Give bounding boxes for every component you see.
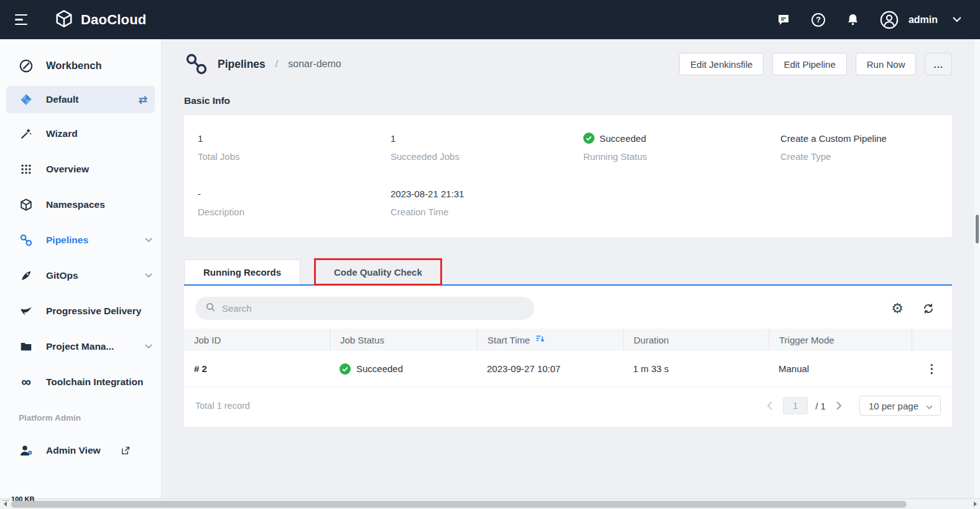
sidebar-item-progressive-delivery[interactable]: Progressive Delivery — [0, 293, 161, 329]
tab-bar: Running Records Code Quality Check — [184, 259, 952, 286]
vertical-scrollbar[interactable] — [974, 39, 980, 498]
sidebar-item-overview[interactable]: Overview — [0, 151, 161, 187]
stat-total-jobs: 1 Total Jobs — [198, 133, 391, 162]
sidebar-item-label: Admin View — [46, 445, 101, 456]
pagination: / 1 10 per page — [763, 396, 941, 416]
chevron-down-icon — [926, 401, 933, 411]
sidebar-item-label: Pipelines — [46, 235, 88, 246]
sidebar-item-default[interactable]: Default ⇄ — [6, 86, 155, 113]
next-page-icon[interactable] — [833, 399, 846, 412]
basic-info-card: 1 Total Jobs 1 Succeeded Jobs Succeeded … — [184, 115, 952, 237]
sidebar-item-label: GitOps — [46, 270, 78, 281]
external-link-icon — [121, 446, 131, 455]
row-job-id[interactable]: # 2 — [184, 363, 330, 374]
stat-creation-time: 2023-08-21 21:31 Creation Time — [391, 188, 583, 217]
row-start-time: 2023-09-27 10:07 — [477, 363, 623, 374]
search-input[interactable] — [222, 303, 524, 314]
switch-workspace-icon[interactable]: ⇄ — [139, 93, 147, 106]
stat-running-status: Succeeded Running Status — [583, 133, 780, 162]
search-input-wrapper — [195, 297, 534, 320]
refresh-icon[interactable] — [921, 301, 936, 316]
sidebar-item-workbench[interactable]: Workbench — [0, 48, 161, 83]
stat-create-type: Create a Custom Pipeline Create Type — [780, 133, 938, 162]
tab-running-records[interactable]: Running Records — [184, 259, 300, 284]
sidebar-item-label: Toolchain Integration — [46, 376, 143, 388]
infinity-icon: ∞ — [19, 375, 34, 390]
total-records-text: Total 1 record — [195, 401, 250, 411]
running-records-panel: ⚙ Job ID Job Status Start Time Duration … — [184, 286, 952, 427]
previous-page-icon[interactable] — [763, 399, 775, 412]
user-name: admin — [908, 14, 938, 26]
basic-info-title: Basic Info — [184, 95, 952, 106]
col-start-time: Start Time — [477, 329, 623, 351]
help-icon[interactable]: ? — [810, 12, 826, 28]
main-content: Pipelines / sonar-demo Edit Jenkinsfile … — [162, 39, 974, 498]
magic-wand-icon — [19, 126, 34, 141]
sidebar-item-toolchain-integration[interactable]: ∞ Toolchain Integration — [0, 364, 161, 399]
horizontal-scrollbar[interactable] — [0, 498, 980, 509]
sidebar-item-wizard[interactable]: Wizard — [0, 116, 161, 151]
cube-icon — [19, 197, 34, 212]
sidebar-item-pipelines[interactable]: Pipelines — [0, 222, 161, 258]
sidebar-item-project-management[interactable]: Project Mana... — [0, 329, 161, 364]
breadcrumb-root[interactable]: Pipelines — [218, 58, 266, 71]
search-icon — [205, 302, 216, 315]
diamond-icon — [19, 92, 34, 107]
sidebar: Workbench Default ⇄ Wizard Overview Name… — [0, 39, 162, 498]
current-page-input[interactable] — [783, 397, 808, 414]
brand-logo[interactable]: DaoCloud — [55, 9, 146, 30]
edit-pipeline-button[interactable]: Edit Pipeline — [772, 53, 846, 75]
table-row[interactable]: # 2 Succeeded 2023-09-27 10:07 1 m 33 s … — [184, 351, 952, 386]
bird-icon — [19, 304, 34, 319]
sidebar-section-label: Platform Admin — [0, 413, 161, 423]
edit-jenkinsfile-button[interactable]: Edit Jenkinsfile — [679, 53, 764, 75]
sidebar-item-label: Namespaces — [46, 199, 105, 210]
brand-name: DaoCloud — [81, 12, 146, 28]
page-size-select[interactable]: 10 per page — [859, 396, 941, 416]
breadcrumb-separator: / — [275, 58, 278, 70]
tab-code-quality-check[interactable]: Code Quality Check — [315, 259, 441, 284]
stat-succeeded-jobs: 1 Succeeded Jobs — [391, 133, 583, 162]
grid-dots-icon — [19, 162, 34, 177]
chevron-down-icon — [145, 238, 152, 243]
success-check-icon — [340, 363, 351, 375]
scroll-right-arrow-icon[interactable] — [969, 499, 980, 509]
sidebar-item-namespaces[interactable]: Namespaces — [0, 187, 161, 222]
pipelines-icon — [19, 233, 34, 248]
row-actions-kebab-icon[interactable]: ⋮ — [922, 362, 941, 376]
menu-toggle-icon[interactable] — [15, 14, 27, 26]
sidebar-item-label: Project Mana... — [46, 341, 114, 352]
run-now-button[interactable]: Run Now — [856, 53, 917, 75]
table-header: Job ID Job Status Start Time Duration Tr… — [184, 329, 952, 351]
sidebar-item-label: Workbench — [46, 60, 102, 72]
chat-icon[interactable] — [775, 12, 792, 28]
sidebar-item-gitops[interactable]: GitOps — [0, 258, 161, 293]
table-footer: Total 1 record / 1 10 per page — [184, 386, 952, 427]
pipeline-breadcrumb-icon — [184, 52, 209, 77]
daocloud-logo-icon — [55, 9, 73, 30]
row-duration: 1 m 33 s — [623, 363, 769, 374]
horizontal-scrollbar-thumb[interactable] — [11, 501, 907, 508]
folder-icon — [19, 339, 34, 354]
col-duration: Duration — [623, 329, 769, 351]
sidebar-item-label: Wizard — [46, 128, 78, 139]
notification-bell-icon[interactable] — [845, 12, 861, 28]
sidebar-item-admin-view[interactable]: Admin View — [0, 432, 161, 468]
sort-descending-icon[interactable] — [535, 334, 545, 346]
col-trigger-mode: Trigger Mode — [769, 329, 912, 351]
chevron-down-icon — [145, 344, 152, 349]
col-job-id: Job ID — [184, 329, 330, 351]
row-job-status: Succeeded — [330, 363, 477, 375]
user-menu-chevron-icon[interactable] — [949, 12, 965, 28]
settings-gear-icon[interactable]: ⚙ — [890, 301, 905, 316]
col-actions — [912, 329, 952, 351]
user-avatar-icon[interactable] — [880, 11, 899, 29]
vertical-scrollbar-thumb[interactable] — [976, 215, 979, 243]
page-count-text: / 1 — [815, 401, 826, 411]
admin-user-icon — [19, 443, 34, 458]
more-actions-button[interactable]: ... — [925, 53, 952, 75]
breadcrumb: Pipelines / sonar-demo — [184, 52, 341, 77]
col-job-status: Job Status — [330, 329, 477, 351]
sidebar-item-label: Progressive Delivery — [46, 306, 141, 317]
gitops-rocket-icon — [19, 268, 34, 283]
